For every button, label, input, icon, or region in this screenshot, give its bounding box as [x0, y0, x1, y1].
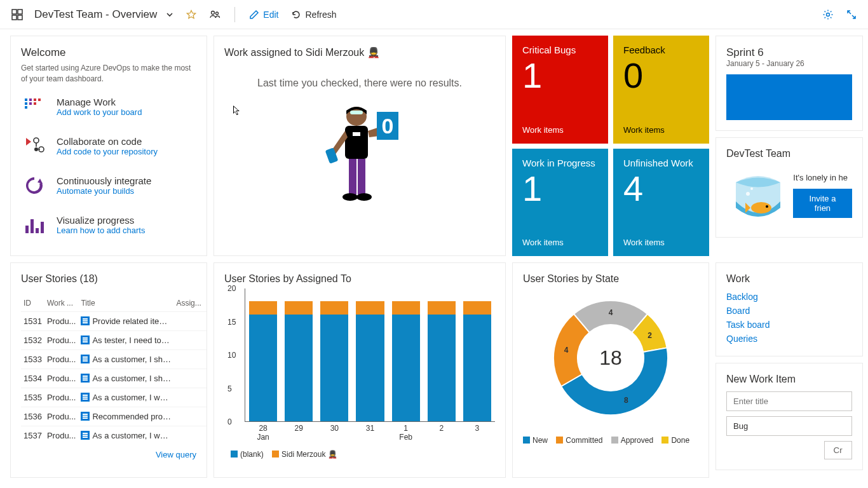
header-toolbar: DevTest Team - Overview Edit Refresh	[0, 0, 868, 29]
welcome-item-integrate[interactable]: Continuously integrateAutomate your buil…	[21, 172, 196, 199]
fullscreen-icon[interactable]	[843, 7, 860, 22]
view-query-link[interactable]: View query	[21, 450, 196, 459]
invite-text: It's lonely in he	[793, 173, 851, 182]
manage-work-icon	[21, 93, 48, 120]
svg-rect-1	[18, 10, 22, 14]
empty-state-illustration: 0	[318, 100, 401, 208]
svg-point-32	[356, 193, 372, 201]
link-queries[interactable]: Queries	[726, 332, 852, 346]
col-wit[interactable]: Work ...	[44, 295, 79, 312]
work-assigned-title: Work assigned to Sidi Merzouk 💂	[224, 46, 495, 58]
user-story-icon	[81, 316, 90, 325]
invite-title: DevTest Team	[726, 148, 852, 159]
table-row[interactable]: 1533Produ...As a customer, I should ...N…	[21, 350, 207, 369]
user-story-icon	[81, 431, 90, 440]
table-row[interactable]: 1537Produ...As a customer, I would li...…	[21, 426, 207, 445]
welcome-card: Welcome Get started using Azure DevOps t…	[10, 36, 207, 256]
svg-rect-7	[25, 98, 27, 101]
work-links-card: Work Backlog Board Task board Queries	[715, 262, 863, 356]
sprint-card[interactable]: Sprint 6 January 5 - January 26	[715, 36, 863, 131]
welcome-item-title: Continuously integrate	[57, 175, 151, 186]
title-dropdown-chevron-icon[interactable]	[162, 8, 177, 21]
dashboard-title[interactable]: DevTest Team - Overview	[34, 8, 157, 21]
refresh-label: Refresh	[305, 10, 336, 20]
empty-message: Last time you checked, there were no res…	[224, 78, 495, 89]
invite-card: DevTest Team It's lonely in he Invite a …	[715, 137, 863, 238]
svg-rect-10	[29, 98, 32, 101]
col-id[interactable]: ID	[21, 295, 44, 312]
table-row[interactable]: 1532Produ...As tester, I need to test t.…	[21, 331, 207, 350]
table-row[interactable]: 1535Produ...As a customer, I would li...…	[21, 388, 207, 407]
svg-point-35	[746, 192, 750, 196]
donut-total: 18	[599, 346, 622, 370]
svg-rect-20	[36, 228, 39, 233]
donut-legend: New Committed Approved Done	[523, 436, 698, 445]
tile-critical-bugs[interactable]: Critical Bugs 1 Work items	[512, 36, 608, 144]
user-story-icon	[81, 412, 90, 421]
welcome-lead: Get started using Azure DevOps to make t…	[21, 63, 196, 85]
user-story-icon	[81, 393, 90, 402]
link-backlog[interactable]: Backlog	[726, 290, 852, 304]
svg-point-4	[212, 11, 215, 14]
work-links-title: Work	[726, 273, 852, 285]
invite-friend-button[interactable]: Invite a frien	[793, 189, 851, 218]
donut-card: User Stories by State 18 2844 New Commit…	[512, 262, 709, 478]
svg-rect-0	[12, 10, 17, 14]
welcome-item-link[interactable]: Automate your builds	[57, 186, 151, 196]
tiles-grid: Critical Bugs 1 Work items Feedback 0 Wo…	[512, 36, 709, 256]
svg-rect-18	[25, 226, 29, 233]
stacked-chart-title: User Stories by Assigned To	[224, 273, 495, 285]
donut-chart: 18 2844	[544, 291, 677, 424]
svg-point-15	[34, 138, 39, 143]
svg-rect-24	[345, 126, 368, 159]
svg-rect-25	[353, 132, 360, 136]
svg-rect-30	[358, 159, 365, 194]
stacked-chart-legend: (blank) Sidi Merzouk 💂	[224, 450, 495, 459]
tile-work-in-progress[interactable]: Work in Progress 1 Work items	[512, 149, 608, 257]
visualize-icon	[21, 212, 48, 238]
separator	[234, 7, 235, 22]
svg-rect-8	[25, 102, 27, 105]
welcome-item-link[interactable]: Add work to your board	[57, 107, 142, 117]
welcome-item-collaborate[interactable]: Collaborate on codeAdd code to your repo…	[21, 133, 196, 159]
welcome-item-title: Collaborate on code	[57, 136, 158, 147]
new-wi-title-input[interactable]	[726, 391, 852, 411]
svg-rect-23	[350, 111, 363, 114]
link-taskboard[interactable]: Task board	[726, 318, 852, 332]
welcome-title: Welcome	[21, 46, 196, 59]
svg-point-17	[34, 147, 38, 151]
tile-feedback[interactable]: Feedback 0 Work items	[613, 36, 709, 144]
new-wi-title: New Work Item	[726, 374, 852, 385]
sprint-range: January 5 - January 26	[726, 59, 852, 68]
welcome-item-title: Manage Work	[57, 97, 142, 107]
col-assigned[interactable]: Assig...	[173, 295, 203, 312]
settings-gear-icon[interactable]	[818, 6, 837, 23]
dashboard-icon[interactable]	[8, 6, 27, 23]
svg-point-33	[751, 202, 771, 214]
welcome-item-visualize[interactable]: Visualize progressLearn how to add chart…	[21, 212, 196, 238]
edit-button[interactable]: Edit	[245, 7, 282, 22]
refresh-button[interactable]: Refresh	[287, 7, 340, 22]
table-row[interactable]: 1534Produ...As a customer, I should ...N…	[21, 369, 207, 388]
integrate-icon	[21, 172, 48, 199]
favorite-star-icon[interactable]	[182, 7, 200, 22]
svg-rect-14	[34, 102, 36, 105]
team-icon[interactable]	[205, 6, 224, 23]
tile-unfinished-work[interactable]: Unfinished Work 4 Work items	[613, 149, 709, 257]
table-row[interactable]: 1536Produ...Recommended products...New	[21, 407, 207, 426]
new-wi-type-select[interactable]: Bug	[726, 416, 852, 436]
svg-point-34	[766, 205, 768, 208]
link-board[interactable]: Board	[726, 304, 852, 318]
col-state[interactable]: State	[204, 295, 207, 312]
col-title[interactable]: Title	[78, 295, 173, 312]
create-button[interactable]: Cr	[824, 441, 852, 459]
donut-title: User Stories by State	[523, 273, 698, 285]
stories-title: User Stories (18)	[21, 273, 196, 285]
welcome-item-link[interactable]: Add code to your repository	[57, 147, 158, 156]
svg-rect-3	[18, 15, 22, 20]
table-row[interactable]: 1531Produ...Provide related items or ...…	[21, 312, 207, 331]
sprint-burndown-bar	[726, 74, 852, 120]
welcome-item-link[interactable]: Learn how to add charts	[57, 226, 145, 235]
fishbowl-icon	[726, 163, 785, 227]
welcome-item-manage-work[interactable]: Manage WorkAdd work to your board	[21, 93, 196, 120]
